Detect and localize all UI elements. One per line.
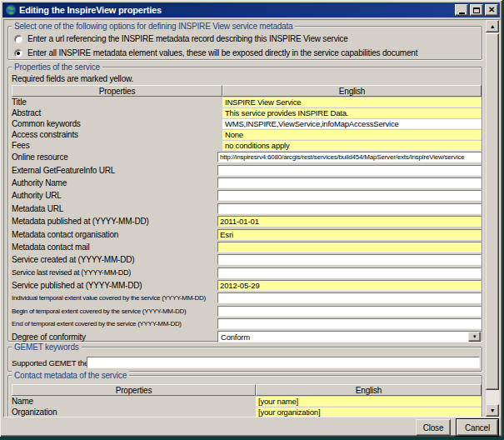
table-row: Access constraintsNone <box>12 129 482 140</box>
contact-group: Contact metadata of the service Properti… <box>7 375 482 418</box>
properties-table-body: TitleINSPIRE View ServiceAbstractThis se… <box>8 97 482 343</box>
maximize-button[interactable] <box>470 4 483 16</box>
radio-icon[interactable] <box>14 35 22 43</box>
selected-value: Conform <box>218 332 468 342</box>
required-fields-note: Required fields are marked yellow. <box>12 74 482 83</box>
property-label: Service last revised at (YYYY-MM-DD) <box>12 268 217 277</box>
property-label: Authority URL <box>12 191 217 200</box>
column-header-english: English <box>222 85 482 97</box>
property-value-input[interactable] <box>217 254 482 265</box>
arrow-down-icon: ▼ <box>490 408 496 413</box>
scrollbar-thumb[interactable] <box>486 33 499 390</box>
gemet-themes-input[interactable] <box>87 357 480 368</box>
table-row: Online resource <box>12 151 482 163</box>
property-value-input[interactable] <box>217 203 482 214</box>
title-bar: Editing the InspireView properties ✕ <box>2 2 500 18</box>
radio-option-url[interactable]: Enter a url referencing the INSPIRE meta… <box>14 34 348 43</box>
property-label: Metadata contact mail <box>12 242 217 252</box>
options-group-title: Select one of the following options for … <box>12 22 295 31</box>
table-header: Properties English <box>12 85 482 97</box>
property-label: Common keywords <box>12 119 222 128</box>
globe-icon <box>5 4 17 16</box>
column-header-properties: Properties <box>12 85 222 97</box>
property-value-cell[interactable]: no conditions apply <box>222 141 482 151</box>
table-row: Service published at (YYYY-MM-DD) <box>12 279 482 292</box>
gemet-group: GEMET keywords Supported GEMET themes <box>7 347 482 372</box>
property-value-cell[interactable]: [your organization] <box>256 408 482 418</box>
property-label: External GetFeatureInfo URL <box>12 166 217 175</box>
table-row: Organization[your organization] <box>12 407 482 418</box>
minimize-icon <box>459 12 465 14</box>
scroll-up-button[interactable]: ▲ <box>486 20 499 32</box>
table-row: Metadata published at (YYYY-MM-DD) <box>12 215 482 228</box>
table-row: Authority Name <box>12 177 482 189</box>
property-value-input[interactable] <box>217 190 482 201</box>
property-label: Title <box>12 98 222 107</box>
scroll-down-button[interactable]: ▼ <box>486 404 499 417</box>
property-value-cell[interactable]: This service provides INSPIRE Data. <box>222 108 482 118</box>
table-row: Service last revised at (YYYY-MM-DD) <box>12 267 482 279</box>
property-value-input[interactable] <box>217 152 482 162</box>
property-value-input[interactable] <box>217 318 482 329</box>
table-row: Degree of conformityConform▼ <box>12 330 482 342</box>
property-label: End of temporal extent covered by the se… <box>12 320 217 328</box>
property-value-input[interactable] <box>217 306 482 317</box>
radio-option-inline-metadata[interactable]: Enter all INSPIRE metadata element value… <box>14 48 417 58</box>
column-header-properties: Properties <box>12 384 256 396</box>
property-value-input[interactable] <box>217 242 482 252</box>
contact-group-title: Contact metadata of the service <box>12 371 129 380</box>
table-row: Metadata contact organisation <box>12 228 482 240</box>
property-label: Metadata contact organisation <box>12 230 217 239</box>
property-value-cell[interactable]: INSPIRE View Service <box>222 98 482 108</box>
chevron-down-icon[interactable]: ▼ <box>468 332 481 342</box>
options-group: Select one of the following options for … <box>7 26 482 60</box>
property-label: Service created at (YYYY-MM-DD) <box>12 255 217 264</box>
close-button[interactable]: Close <box>416 419 451 436</box>
property-label: Begin of temporal extent covered by the … <box>12 308 217 315</box>
property-value-input[interactable] <box>217 165 482 176</box>
property-value-input[interactable] <box>217 216 482 227</box>
cancel-button[interactable]: Cancel <box>457 419 498 436</box>
table-row: Service created at (YYYY-MM-DD) <box>12 253 482 266</box>
property-label: Organization <box>12 408 256 417</box>
contact-table-body: Name[your name]Organization[your organiz… <box>8 396 482 418</box>
property-value-cell[interactable]: [your name] <box>256 397 482 407</box>
minimize-button[interactable] <box>455 4 468 16</box>
gemet-themes-label: Supported GEMET themes <box>12 358 87 368</box>
property-value-input[interactable] <box>217 229 482 240</box>
table-row: TitleINSPIRE View Service <box>12 97 482 108</box>
property-value-input[interactable] <box>217 292 482 303</box>
dialog-window: Editing the InspireView properties ✕ Sel… <box>0 0 502 437</box>
property-label: Name <box>12 397 256 406</box>
table-row: Common keywordsWMS,INSPIRE,ViewService,i… <box>12 118 482 129</box>
property-value-cell[interactable]: None <box>222 130 482 140</box>
property-label: Abstract <box>12 108 222 118</box>
property-value-input[interactable] <box>217 178 482 188</box>
table-row: Metadata contact mail <box>12 241 482 253</box>
column-header-english: English <box>256 384 482 396</box>
properties-group: Properties of the service Required field… <box>7 67 482 342</box>
vertical-scrollbar[interactable]: ▲ ▼ <box>486 20 499 417</box>
radio-label: Enter a url referencing the INSPIRE meta… <box>27 34 348 43</box>
property-value-cell[interactable]: WMS,INSPIRE,ViewService,infoMapAccessSer… <box>222 119 482 129</box>
window-title: Editing the InspireView properties <box>19 5 453 15</box>
property-label: Metadata published at (YYYY-MM-DD) <box>12 217 217 226</box>
degree-of-conformity-select[interactable]: Conform▼ <box>217 331 482 342</box>
arrow-up-icon: ▲ <box>490 23 496 29</box>
table-row: Individual temporal extent value covered… <box>12 292 482 304</box>
property-value-input[interactable] <box>217 268 482 278</box>
close-icon: ✕ <box>488 6 495 14</box>
properties-group-title: Properties of the service <box>12 62 102 72</box>
table-row: Authority URL <box>12 189 482 202</box>
property-label: Service published at (YYYY-MM-DD) <box>12 281 217 290</box>
radio-checked-icon[interactable] <box>14 49 22 58</box>
property-value-input[interactable] <box>217 280 482 291</box>
cancel-button-default-ring: Cancel <box>456 418 499 437</box>
maximize-icon <box>473 8 480 13</box>
table-row: External GetFeatureInfo URL <box>12 163 482 176</box>
property-label: Degree of conformity <box>12 332 217 342</box>
close-window-button[interactable]: ✕ <box>485 4 498 16</box>
property-label: Individual temporal extent value covered… <box>12 294 217 302</box>
table-row: Name[your name] <box>12 396 482 407</box>
property-label: Metadata URL <box>12 204 217 213</box>
